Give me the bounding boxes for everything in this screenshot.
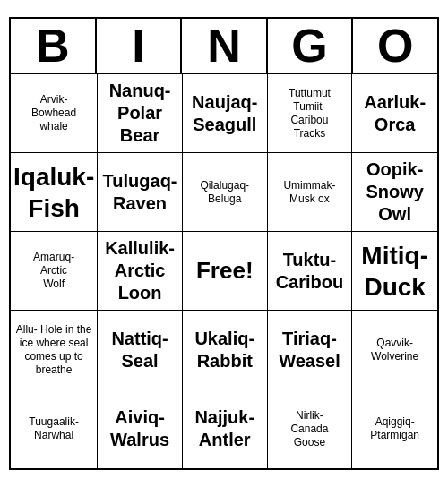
- bingo-cell: Nattiq- Seal: [98, 311, 183, 389]
- bingo-cell: Amaruq- Arctic Wolf: [11, 232, 98, 311]
- bingo-cell: Najjuk- Antler: [183, 389, 268, 468]
- cell-text: Mitiq- Duck: [361, 240, 428, 303]
- cell-text: Ukaliq- Rabbit: [194, 328, 254, 372]
- bingo-cell: Nanuq- Polar Bear: [98, 74, 183, 153]
- bingo-cell: Aqiggiq- Ptarmigan: [352, 389, 437, 468]
- bingo-cell: Umimmak- Musk ox: [268, 153, 353, 232]
- cell-text: Tulugaq- Raven: [103, 170, 177, 215]
- cell-text: Kallulik- Arctic Loon: [105, 237, 175, 304]
- bingo-cell: Nirlik- Canada Goose: [268, 389, 353, 468]
- bingo-cell: Arvik- Bowhead whale: [11, 74, 98, 153]
- bingo-cell: Iqaluk- Fish: [11, 153, 98, 232]
- header-letter: G: [268, 19, 354, 74]
- cell-text: Oopik- Snowy Owl: [366, 158, 423, 226]
- bingo-grid: Arvik- Bowhead whaleNanuq- Polar BearNau…: [11, 74, 437, 468]
- bingo-cell: Qilalugaq- Beluga: [183, 153, 268, 232]
- bingo-cell: Tiriaq- Weasel: [268, 311, 353, 389]
- bingo-cell: Aiviq- Walrus: [98, 389, 183, 468]
- cell-text: Amaruq- Arctic Wolf: [33, 251, 74, 291]
- cell-text: Allu- Hole in the ice where seal comes u…: [13, 323, 94, 377]
- cell-text: Aqiggiq- Ptarmigan: [370, 415, 419, 442]
- cell-text: Aiviq- Walrus: [110, 406, 169, 451]
- header-letter: I: [97, 19, 183, 74]
- cell-text: Qavvik- Wolverine: [371, 337, 418, 363]
- cell-text: Iqaluk- Fish: [13, 161, 94, 224]
- bingo-cell: Aarluk- Orca: [352, 74, 437, 153]
- header-letter: N: [182, 19, 268, 74]
- cell-text: Nanuq- Polar Bear: [109, 80, 171, 147]
- bingo-cell: Tuttumut Tumiit- Caribou Tracks: [268, 74, 353, 153]
- bingo-cell: Kallulik- Arctic Loon: [98, 232, 183, 311]
- cell-text: Nattiq- Seal: [111, 328, 168, 372]
- cell-text: Tiriaq- Weasel: [279, 328, 340, 372]
- cell-text: Tuttumut Tumiit- Caribou Tracks: [289, 87, 331, 141]
- bingo-cell: Tuugaalik- Narwhal: [11, 389, 98, 468]
- bingo-cell: Tulugaq- Raven: [98, 153, 183, 232]
- cell-text: Nirlik- Canada Goose: [290, 409, 328, 449]
- cell-text: Najjuk- Antler: [194, 406, 254, 451]
- bingo-header: BINGO: [11, 19, 437, 74]
- bingo-card: BINGO Arvik- Bowhead whaleNanuq- Polar B…: [9, 17, 439, 470]
- bingo-cell: Naujaq- Seagull: [183, 74, 268, 153]
- bingo-cell: Qavvik- Wolverine: [352, 311, 437, 389]
- cell-text: Umimmak- Musk ox: [283, 179, 335, 206]
- bingo-cell: Allu- Hole in the ice where seal comes u…: [11, 311, 98, 389]
- cell-text: Qilalugaq- Beluga: [200, 179, 249, 206]
- cell-text: Arvik- Bowhead whale: [31, 93, 76, 133]
- bingo-cell: Mitiq- Duck: [352, 232, 437, 311]
- header-letter: O: [353, 19, 437, 74]
- header-letter: B: [11, 19, 97, 74]
- bingo-cell: Ukaliq- Rabbit: [183, 311, 268, 389]
- bingo-cell: Oopik- Snowy Owl: [352, 153, 437, 232]
- cell-text: Aarluk- Orca: [364, 91, 426, 136]
- cell-text: Naujaq- Seagull: [192, 91, 257, 136]
- bingo-cell: Free!: [183, 232, 268, 311]
- cell-text: Tuugaalik- Narwhal: [29, 415, 79, 442]
- cell-text: Tuktu- Caribou: [276, 249, 344, 294]
- bingo-cell: Tuktu- Caribou: [268, 232, 353, 311]
- cell-text: Free!: [196, 256, 254, 286]
